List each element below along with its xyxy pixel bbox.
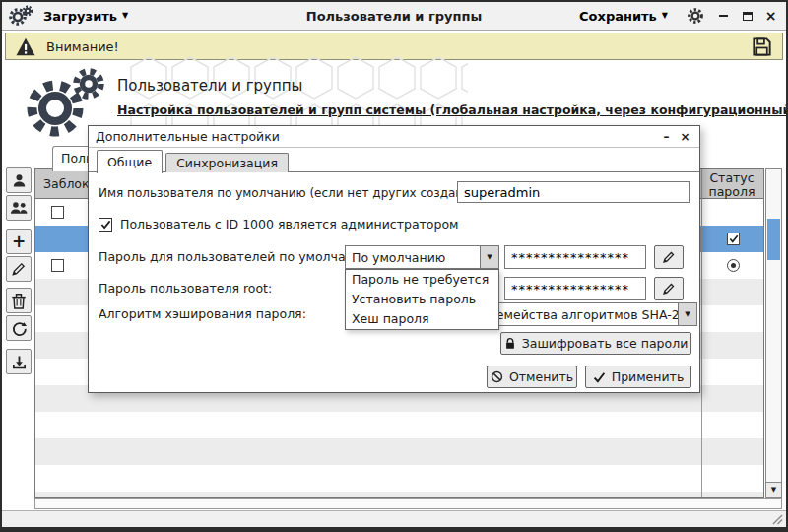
warning-label: Внимание! bbox=[46, 39, 119, 54]
empty-row bbox=[35, 438, 763, 465]
refresh-button[interactable] bbox=[6, 315, 32, 341]
dialog-minimize-button[interactable]: – bbox=[659, 129, 674, 144]
dialog-close-button[interactable]: × bbox=[678, 129, 692, 144]
chevron-down-icon[interactable]: ▼ bbox=[480, 246, 498, 268]
pencil-icon bbox=[11, 261, 27, 277]
default-user-input[interactable] bbox=[457, 181, 690, 203]
password-mode-dropdown: Пароль не требуется Установить пароль Хе… bbox=[345, 269, 499, 330]
import-button[interactable] bbox=[6, 349, 32, 374]
encrypt-button-label: Зашифровать все пароли bbox=[522, 336, 689, 351]
page-subtitle: Настройка пользователей и групп системы … bbox=[117, 102, 788, 117]
minimize-icon bbox=[719, 15, 728, 18]
scroll-down-button[interactable]: ▼ bbox=[766, 482, 781, 497]
load-menu-label: Загрузить bbox=[43, 9, 117, 24]
chevron-down-icon: ▼ bbox=[122, 12, 128, 20]
delete-button[interactable] bbox=[6, 288, 32, 313]
horizontal-scrollbar[interactable] bbox=[34, 498, 782, 509]
refresh-icon bbox=[11, 320, 28, 337]
edit-button[interactable] bbox=[6, 256, 32, 282]
lock-icon bbox=[504, 337, 516, 351]
admin-checkbox-label: Пользователь с ID 1000 является админист… bbox=[120, 213, 459, 236]
default-user-label: Имя пользователя по умолчанию (если нет … bbox=[98, 181, 495, 205]
default-password-label: Пароль для пользователей по умолчанию: bbox=[98, 245, 376, 269]
window-titlebar: Загрузить ▼ Пользователи и группы Сохран… bbox=[2, 2, 786, 31]
empty-row bbox=[35, 465, 763, 492]
encrypt-all-passwords-button[interactable]: Зашифровать все пароли bbox=[500, 332, 691, 355]
users-view-button[interactable] bbox=[6, 167, 32, 193]
password-status-checkbox-checked[interactable] bbox=[727, 233, 740, 245]
vertical-scrollbar[interactable]: ▼ bbox=[765, 168, 782, 498]
apply-button[interactable]: Применить bbox=[585, 366, 691, 388]
dialog-titlebar: Дополнительные настройки – × bbox=[89, 126, 699, 148]
save-menu-button[interactable]: Сохранить ▼ bbox=[575, 7, 672, 26]
dropdown-option-no-password[interactable]: Пароль не требуется bbox=[346, 270, 498, 290]
group-icon bbox=[9, 200, 29, 216]
edit-default-password-button[interactable] bbox=[654, 245, 684, 269]
hash-algorithm-label: Алгоритм хэширования пароля: bbox=[98, 302, 306, 326]
edit-root-password-button[interactable] bbox=[654, 277, 684, 300]
pencil-icon bbox=[662, 282, 676, 296]
save-menu-label: Сохранить bbox=[579, 9, 657, 24]
status-bar bbox=[2, 510, 786, 527]
save-file-icon[interactable] bbox=[751, 35, 773, 58]
check-icon bbox=[729, 234, 739, 243]
dialog-body: Имя пользователя по умолчанию (если нет … bbox=[89, 171, 699, 392]
dialog-title: Дополнительные настройки bbox=[96, 129, 280, 144]
tab-synchronization[interactable]: Синхронизация bbox=[165, 153, 289, 172]
minimize-button[interactable] bbox=[715, 7, 732, 25]
additional-settings-dialog: Дополнительные настройки – × Общие Синхр… bbox=[88, 125, 700, 393]
scrollbar-thumb[interactable] bbox=[767, 219, 780, 260]
user-icon bbox=[11, 172, 28, 189]
empty-row bbox=[35, 412, 763, 438]
root-password-label: Пароль пользователя root: bbox=[98, 277, 272, 300]
app-logo-gears-icon bbox=[9, 5, 33, 27]
settings-gear-button[interactable] bbox=[687, 7, 704, 25]
pencil-icon bbox=[662, 250, 676, 264]
password-mode-value: По умолчанию bbox=[346, 250, 480, 265]
plus-icon: + bbox=[12, 233, 26, 250]
chevron-down-icon: ▼ bbox=[771, 486, 776, 494]
admin-checkbox[interactable] bbox=[98, 218, 112, 232]
chevron-down-icon[interactable]: ▼ bbox=[678, 303, 696, 325]
resize-grip[interactable] bbox=[772, 514, 783, 525]
check-icon bbox=[100, 220, 111, 230]
tab-general[interactable]: Общие bbox=[97, 150, 163, 173]
cancel-button-label: Отменить bbox=[509, 369, 573, 384]
blocked-checkbox[interactable] bbox=[51, 206, 64, 219]
apply-button-label: Применить bbox=[612, 369, 685, 384]
password-status-radio-selected[interactable] bbox=[727, 259, 740, 272]
add-button[interactable]: + bbox=[6, 229, 32, 254]
check-icon bbox=[593, 371, 606, 383]
cancel-icon bbox=[491, 370, 503, 383]
column-header-password-status: Статус пароля bbox=[700, 169, 763, 198]
chevron-down-icon: ▼ bbox=[662, 12, 668, 20]
maximize-button[interactable] bbox=[739, 7, 755, 25]
dropdown-option-password-hash[interactable]: Хеш пароля bbox=[346, 309, 498, 329]
default-password-input[interactable] bbox=[504, 245, 646, 269]
dropdown-option-set-password[interactable]: Установить пароль bbox=[346, 290, 498, 309]
password-mode-select[interactable]: По умолчанию ▼ bbox=[345, 245, 499, 269]
cancel-button[interactable]: Отменить bbox=[487, 366, 577, 388]
dialog-tabs: Общие Синхронизация bbox=[97, 149, 289, 172]
warning-triangle-icon bbox=[15, 37, 36, 56]
page-title: Пользователи и группы bbox=[117, 77, 302, 95]
root-password-input[interactable] bbox=[504, 277, 646, 300]
load-menu-button[interactable]: Загрузить ▼ bbox=[39, 7, 132, 26]
close-button[interactable]: × bbox=[762, 7, 779, 25]
download-icon bbox=[11, 354, 28, 370]
trash-icon bbox=[11, 293, 27, 309]
column-separator bbox=[701, 169, 702, 497]
groups-view-button[interactable] bbox=[6, 195, 32, 221]
maximize-icon bbox=[743, 12, 753, 21]
app-window: Загрузить ▼ Пользователи и группы Сохран… bbox=[0, 0, 788, 532]
blocked-checkbox[interactable] bbox=[51, 259, 64, 272]
